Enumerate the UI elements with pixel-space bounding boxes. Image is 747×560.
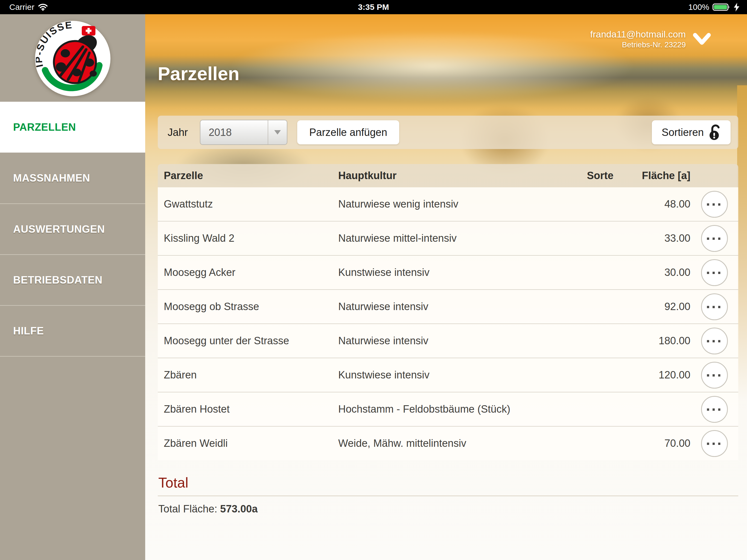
table-row: Moosegg AckerKunstwiese intensiv30.00... bbox=[158, 255, 738, 289]
ellipsis-icon: ... bbox=[706, 328, 723, 346]
cell-flaeche: 48.00 bbox=[626, 198, 690, 210]
ellipsis-icon: ... bbox=[706, 294, 723, 312]
lock-open-icon bbox=[709, 124, 721, 140]
parcels-table: Parzelle Hauptkultur Sorte Fläche [a] Gw… bbox=[158, 164, 738, 460]
cell-flaeche: 33.00 bbox=[626, 232, 690, 244]
row-actions-button[interactable]: ... bbox=[701, 362, 728, 388]
total-area-value: 573.00a bbox=[220, 503, 258, 515]
sidebar-item-massnahmen[interactable]: MASSNAHMEN bbox=[0, 153, 145, 203]
ellipsis-icon: ... bbox=[706, 226, 723, 244]
cell-parzelle: Gwattstutz bbox=[158, 198, 338, 210]
table-row: Moosegg ob StrasseNaturwiese intensiv92.… bbox=[158, 289, 738, 324]
cell-parzelle: Moosegg Acker bbox=[158, 266, 338, 278]
row-actions-button[interactable]: ... bbox=[701, 294, 728, 320]
ellipsis-icon: ... bbox=[706, 431, 723, 449]
table-row: GwattstutzNaturwiese wenig intensiv48.00… bbox=[158, 187, 738, 221]
battery-icon bbox=[713, 3, 730, 11]
main-area: franda11@hotmail.com Betriebs-Nr. 23229 … bbox=[145, 14, 747, 560]
sidebar-item-label: AUSWERTUNGEN bbox=[13, 223, 105, 235]
account-number: Betriebs-Nr. 23229 bbox=[590, 40, 686, 50]
ipsuisse-logo: IP-SUISSE bbox=[35, 21, 110, 96]
row-actions-button[interactable]: ... bbox=[701, 396, 728, 423]
cell-parzelle: Zbären Weidli bbox=[158, 437, 338, 449]
row-actions-button[interactable]: ... bbox=[701, 328, 728, 354]
background-photo-edge bbox=[737, 85, 747, 400]
cell-hauptkultur: Naturwiese intensiv bbox=[338, 301, 574, 312]
year-label: Jahr bbox=[168, 127, 188, 138]
battery-percent: 100% bbox=[688, 2, 709, 12]
chevron-down-icon[interactable] bbox=[693, 33, 711, 45]
table-row: Kissling Wald 2Naturwiese mittel-intensi… bbox=[158, 221, 738, 255]
sidebar-item-label: BETRIEBSDATEN bbox=[13, 274, 103, 286]
sidebar-item-hilfe[interactable]: HILFE bbox=[0, 305, 145, 356]
column-header-hauptkultur: Hauptkultur bbox=[338, 170, 574, 182]
sort-button[interactable]: Sortieren bbox=[652, 120, 730, 144]
sidebar-item-betriebsdaten[interactable]: BETRIEBSDATEN bbox=[0, 254, 145, 305]
year-select[interactable]: 2018 bbox=[200, 120, 287, 145]
ellipsis-icon: ... bbox=[706, 362, 723, 380]
cell-hauptkultur: Naturwiese mittel-intensiv bbox=[338, 232, 574, 244]
app-root: Carrier 3:35 PM 100% bbox=[0, 0, 747, 560]
cell-parzelle: Moosegg ob Strasse bbox=[158, 301, 338, 312]
column-header-sorte: Sorte bbox=[574, 170, 626, 182]
account-menu[interactable]: franda11@hotmail.com Betriebs-Nr. 23229 bbox=[590, 28, 711, 50]
page-title: Parzellen bbox=[158, 63, 239, 84]
cell-flaeche: 92.00 bbox=[626, 301, 690, 312]
charging-bolt-icon bbox=[734, 3, 739, 11]
row-actions-button[interactable]: ... bbox=[701, 430, 728, 457]
cell-parzelle: Kissling Wald 2 bbox=[158, 232, 338, 244]
sidebar-item-label: MASSNAHMEN bbox=[13, 172, 90, 184]
ellipsis-icon: ... bbox=[706, 397, 723, 414]
total-divider bbox=[158, 495, 738, 496]
toolbar: Jahr 2018 Parzelle anfügen Sortieren bbox=[158, 116, 738, 149]
column-header-flaeche: Fläche [a] bbox=[626, 170, 690, 182]
sidebar-item-label: HILFE bbox=[13, 325, 44, 337]
row-actions-button[interactable]: ... bbox=[701, 225, 728, 252]
cell-hauptkultur: Weide, Mähw. mittelintensiv bbox=[338, 437, 574, 449]
cell-flaeche: 120.00 bbox=[626, 369, 690, 381]
account-email: franda11@hotmail.com bbox=[590, 28, 686, 40]
header-photo-mist bbox=[227, 31, 637, 102]
ellipsis-icon: ... bbox=[706, 260, 723, 278]
sidebar: IP-SUISSE PARZELLENMASSNAHMENAUSWERTUNGE… bbox=[0, 14, 145, 560]
ellipsis-icon: ... bbox=[706, 192, 723, 209]
sort-button-label: Sortieren bbox=[662, 127, 704, 138]
total-area-label: Total Fläche: bbox=[158, 503, 220, 515]
year-select-value: 2018 bbox=[200, 127, 268, 138]
dropdown-arrow-icon bbox=[268, 120, 287, 144]
cell-hauptkultur: Hochstamm - Feldobstbäume (Stück) bbox=[338, 403, 574, 415]
table-header-row: Parzelle Hauptkultur Sorte Fläche [a] bbox=[158, 164, 738, 187]
sidebar-nav: PARZELLENMASSNAHMENAUSWERTUNGENBETRIEBSD… bbox=[0, 102, 145, 357]
add-parcel-button[interactable]: Parzelle anfügen bbox=[297, 120, 399, 144]
cell-flaeche: 70.00 bbox=[626, 437, 690, 449]
table-row: Zbären WeidliWeide, Mähw. mittelintensiv… bbox=[158, 426, 738, 460]
cell-hauptkultur: Kunstwiese intensiv bbox=[338, 266, 574, 278]
clock: 3:35 PM bbox=[0, 2, 747, 12]
cell-parzelle: Moosegg unter der Strasse bbox=[158, 335, 338, 347]
cell-hauptkultur: Kunstwiese intensiv bbox=[338, 369, 574, 381]
sidebar-item-parzellen[interactable]: PARZELLEN bbox=[0, 102, 145, 153]
sidebar-item-label: PARZELLEN bbox=[13, 121, 76, 133]
status-bar: Carrier 3:35 PM 100% bbox=[0, 0, 747, 14]
column-header-parzelle: Parzelle bbox=[158, 170, 338, 182]
cell-flaeche: 30.00 bbox=[626, 266, 690, 278]
row-actions-button[interactable]: ... bbox=[701, 259, 728, 286]
cell-parzelle: Zbären bbox=[158, 369, 338, 381]
table-row: Moosegg unter der StrasseNaturwiese inte… bbox=[158, 324, 738, 358]
total-area-line: Total Fläche: 573.00a bbox=[158, 503, 258, 515]
table-body: GwattstutzNaturwiese wenig intensiv48.00… bbox=[158, 187, 738, 460]
cell-hauptkultur: Naturwiese wenig intensiv bbox=[338, 198, 574, 210]
cell-flaeche: 180.00 bbox=[626, 335, 690, 347]
table-row: ZbärenKunstwiese intensiv120.00... bbox=[158, 358, 738, 392]
cell-hauptkultur: Naturwiese intensiv bbox=[338, 335, 574, 347]
cell-parzelle: Zbären Hostet bbox=[158, 403, 338, 415]
sidebar-item-auswertungen[interactable]: AUSWERTUNGEN bbox=[0, 203, 145, 254]
total-heading: Total bbox=[158, 475, 188, 491]
table-row: Zbären HostetHochstamm - Feldobstbäume (… bbox=[158, 392, 738, 426]
row-actions-button[interactable]: ... bbox=[701, 191, 728, 218]
